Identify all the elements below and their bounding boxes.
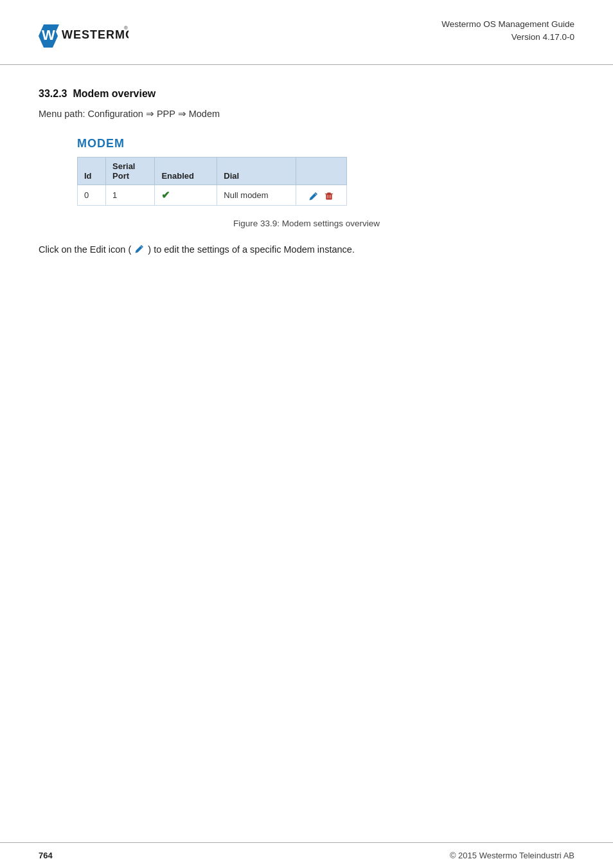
- cell-serial-port: 1: [106, 185, 155, 206]
- svg-text:W: W: [42, 27, 55, 43]
- header-title-line1: Westermo OS Management Guide: [441, 18, 574, 31]
- section-heading: 33.2.3 Modem overview: [39, 88, 574, 100]
- cell-actions: [296, 185, 346, 206]
- trash-icon: [324, 192, 333, 201]
- modem-box: MODEM Id SerialPort Enabled Dial 0 1: [77, 137, 574, 206]
- inline-pencil-svg: [135, 244, 144, 253]
- logo-area: W WESTERMO ®: [39, 18, 129, 54]
- col-header-enabled: Enabled: [155, 158, 217, 185]
- cell-enabled: ✔: [155, 185, 217, 206]
- header: W WESTERMO ® Westermo OS Management Guid…: [0, 0, 613, 65]
- edit-button[interactable]: [309, 190, 318, 201]
- body-text: Click on the Edit icon ( ) to edit the s…: [39, 242, 574, 257]
- cell-dial: Null modem: [217, 185, 296, 206]
- cell-id: 0: [78, 185, 106, 206]
- westermo-logo: W WESTERMO ®: [39, 18, 129, 54]
- svg-text:®: ®: [124, 25, 128, 31]
- menu-path: Menu path: Configuration ⇒ PPP ⇒ Modem: [39, 109, 574, 119]
- modem-table: Id SerialPort Enabled Dial 0 1 ✔ Nu: [77, 157, 347, 206]
- page-wrapper: W WESTERMO ® Westermo OS Management Guid…: [0, 0, 613, 868]
- section-title: Modem overview: [73, 88, 155, 99]
- footer: 764 © 2015 Westermo Teleindustri AB: [0, 842, 613, 868]
- section-number: 33.2.3: [39, 88, 67, 99]
- col-header-dial: Dial: [217, 158, 296, 185]
- figure-caption: Figure 33.9: Modem settings overview: [39, 219, 574, 228]
- table-row: 0 1 ✔ Null modem: [78, 185, 347, 206]
- body-text-after-icon: ) to edit the settings of a specific Mod…: [148, 244, 355, 255]
- svg-rect-5: [326, 194, 332, 200]
- col-header-actions: [296, 158, 346, 185]
- header-title-line2: Version 4.17.0-0: [441, 31, 574, 44]
- enabled-checkmark: ✔: [161, 190, 170, 201]
- col-header-id: Id: [78, 158, 106, 185]
- col-header-serial-port: SerialPort: [106, 158, 155, 185]
- modem-box-title: MODEM: [77, 137, 574, 150]
- footer-copyright: © 2015 Westermo Teleindustri AB: [450, 851, 574, 860]
- header-title: Westermo OS Management Guide Version 4.1…: [441, 18, 574, 44]
- footer-page-number: 764: [39, 851, 53, 860]
- main-content: 33.2.3 Modem overview Menu path: Configu…: [0, 65, 613, 842]
- delete-button[interactable]: [324, 190, 333, 201]
- table-header-row: Id SerialPort Enabled Dial: [78, 158, 347, 185]
- inline-pencil-icon: [135, 243, 144, 257]
- svg-text:WESTERMO: WESTERMO: [62, 28, 129, 41]
- pencil-icon: [309, 192, 318, 201]
- menu-path-text: Menu path: Configuration ⇒ PPP ⇒ Modem: [39, 109, 220, 119]
- body-text-before-icon: Click on the Edit icon (: [39, 244, 131, 255]
